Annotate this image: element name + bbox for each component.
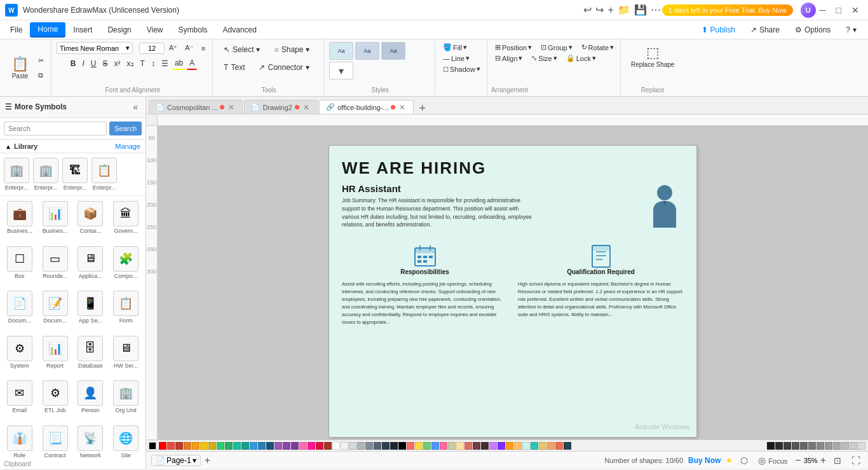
position-button[interactable]: ⊞ Position ▾ — [491, 42, 536, 53]
style-preview-1[interactable]: Aa — [329, 42, 353, 60]
color-swatch[interactable] — [275, 442, 282, 450]
color-swatch[interactable] — [266, 442, 274, 450]
paste-button[interactable]: 📋 Paste — [6, 53, 34, 82]
tab-office-building[interactable]: 🔗 office-building-... ✕ — [319, 100, 414, 114]
add-tab-button[interactable]: + — [415, 102, 430, 114]
bullets-button[interactable]: ☰ — [159, 57, 171, 70]
replace-shape-button[interactable]: ⬚ Replace Shape — [626, 42, 679, 71]
color-swatch[interactable] — [783, 442, 791, 450]
share-button[interactable]: ↗ Share — [744, 23, 786, 37]
menu-symbols[interactable]: Symbols — [171, 23, 215, 37]
redo-button[interactable]: ↪ — [594, 3, 605, 17]
list-item[interactable]: 💼 Busines... — [3, 198, 37, 242]
color-swatch[interactable] — [415, 442, 423, 450]
highlight-button[interactable]: ab — [172, 57, 186, 70]
color-swatch[interactable] — [332, 442, 340, 450]
menu-file[interactable]: File — [3, 23, 30, 37]
color-swatch[interactable] — [465, 442, 472, 450]
color-swatch[interactable] — [200, 442, 208, 450]
buy-now-link[interactable]: Buy Now — [688, 456, 721, 465]
tab-drawing2[interactable]: 📄 Drawing2 ✕ — [244, 100, 317, 114]
color-swatch[interactable] — [489, 442, 497, 450]
maximize-button[interactable]: □ — [832, 4, 845, 16]
color-swatch[interactable] — [858, 442, 865, 450]
shadow-button[interactable]: ◻ Shadow ▾ — [439, 64, 484, 74]
list-item[interactable]: 📋 Form — [109, 288, 143, 332]
color-swatch[interactable] — [382, 442, 390, 450]
color-swatch[interactable] — [241, 442, 249, 450]
fill-button[interactable]: 🪣 Fill ▾ — [439, 42, 471, 53]
focus-button[interactable]: ◎ Focus — [756, 454, 790, 467]
publish-button[interactable]: ⬆ Publish — [695, 23, 742, 37]
color-swatch[interactable] — [539, 442, 546, 450]
color-swatch[interactable] — [398, 442, 406, 450]
color-swatch[interactable] — [555, 442, 563, 450]
list-item[interactable]: 🏗 Enterpr... — [61, 155, 89, 193]
color-swatch[interactable] — [564, 442, 571, 450]
color-swatch[interactable] — [456, 442, 464, 450]
undo-button[interactable]: ↩ — [582, 3, 593, 17]
list-item[interactable]: 👤 Person — [74, 378, 108, 422]
list-item[interactable]: 📦 Contai... — [74, 198, 108, 242]
trial-badge[interactable]: 1 days left in your Free Trial. Buy Now — [662, 4, 793, 16]
color-swatch[interactable] — [498, 442, 505, 450]
color-swatch[interactable] — [390, 442, 398, 450]
list-item[interactable]: 🗄 Database — [74, 333, 108, 377]
color-swatch[interactable] — [225, 442, 233, 450]
menu-insert[interactable]: Insert — [65, 23, 100, 37]
save-button[interactable]: 💾 — [633, 3, 648, 17]
color-swatch[interactable] — [283, 442, 290, 450]
list-item[interactable]: ▭ Rounde... — [38, 244, 72, 287]
list-item[interactable]: ⚙ System — [3, 333, 37, 377]
poster-canvas[interactable]: WE ARE HIRING HR Assistant Job Summary: … — [329, 145, 697, 438]
color-swatch[interactable] — [850, 442, 857, 450]
lock-button[interactable]: 🔒 Lock ▾ — [562, 53, 600, 64]
color-swatch[interactable] — [481, 442, 489, 450]
color-swatch[interactable] — [357, 442, 365, 450]
help-button[interactable]: ? ▾ — [839, 23, 863, 37]
zoom-out-button[interactable]: − — [795, 455, 801, 466]
list-item[interactable]: 🌐 Site — [109, 423, 143, 467]
color-swatch[interactable] — [531, 442, 538, 450]
sidebar-collapse-button[interactable]: « — [130, 100, 140, 113]
list-item[interactable]: 🧩 Compo... — [109, 244, 143, 287]
more-button[interactable]: ⋯ — [649, 3, 662, 17]
minimize-button[interactable]: ─ — [816, 4, 830, 16]
list-item[interactable]: ⚙ ETL Job — [38, 378, 72, 422]
list-item[interactable]: 🏢 Org Unit — [109, 378, 143, 422]
strikethrough-button[interactable]: S — [100, 57, 111, 70]
color-swatch[interactable] — [192, 442, 200, 450]
close-button[interactable]: ✕ — [848, 4, 863, 16]
italic-button[interactable]: I — [80, 57, 87, 70]
color-swatch[interactable] — [374, 442, 381, 450]
color-swatch[interactable] — [448, 442, 456, 450]
decrease-font-btn[interactable]: A⁻ — [182, 42, 196, 54]
font-size-selector[interactable]: 12 — [139, 43, 165, 54]
list-item[interactable]: 📋 Enterpr... — [90, 155, 118, 193]
list-item[interactable]: 📝 Docum... — [38, 288, 72, 332]
list-item[interactable]: 🖥 Applica... — [74, 244, 108, 287]
font-selector[interactable]: Times New Roman ▾ — [57, 42, 133, 54]
list-item[interactable]: 📱 App Se... — [74, 288, 108, 332]
color-swatch[interactable] — [522, 442, 530, 450]
font-color-button[interactable]: A — [187, 57, 197, 70]
color-swatch[interactable] — [808, 442, 816, 450]
line-spacing-button[interactable]: ↕ — [149, 57, 158, 70]
style-preview-2[interactable]: Aa — [355, 42, 379, 60]
color-swatch[interactable] — [514, 442, 522, 450]
manage-button[interactable]: Manage — [115, 142, 140, 150]
color-swatch[interactable] — [547, 442, 555, 450]
list-item[interactable]: 🏛 Govern... — [109, 198, 143, 242]
color-swatch[interactable] — [341, 442, 348, 450]
tab-close-button[interactable]: ✕ — [398, 104, 407, 111]
align-btn[interactable]: ≡ — [198, 43, 208, 54]
style-preview-3[interactable]: Aa — [381, 42, 405, 60]
color-swatch[interactable] — [833, 442, 841, 450]
list-item[interactable]: 📄 Docum... — [3, 288, 37, 332]
layers-button[interactable]: ⬡ — [738, 454, 750, 467]
list-item[interactable]: 📃 Contract — [38, 423, 72, 467]
color-swatch[interactable] — [792, 442, 799, 450]
color-swatch[interactable] — [407, 442, 414, 450]
zoom-in-button[interactable]: + — [820, 455, 826, 466]
color-swatch[interactable] — [316, 442, 323, 450]
